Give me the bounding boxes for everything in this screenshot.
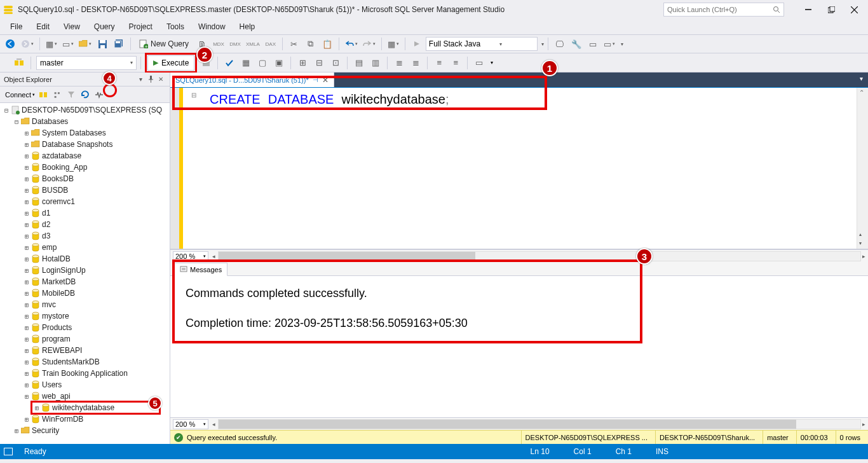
tree-item[interactable]: ⊞Database Snapshots bbox=[0, 139, 170, 150]
save-all-button[interactable] bbox=[111, 36, 126, 52]
tree-item[interactable]: ⊞LoginSignUp bbox=[0, 265, 170, 276]
nav-back-button[interactable] bbox=[3, 36, 18, 52]
scroll-right-icon[interactable]: ▸ bbox=[862, 253, 865, 259]
window-position-icon[interactable]: ▾ bbox=[135, 74, 146, 85]
code-content[interactable]: CREATE DATABASE wikitechydatabase; bbox=[205, 88, 857, 249]
results-text-icon[interactable]: ⊟ bbox=[311, 55, 327, 71]
uncomment-icon[interactable]: ▥ bbox=[368, 55, 383, 71]
editor-tab[interactable]: SQLQuery10.sql - D...5D09T\Sharuk (51))*… bbox=[170, 73, 334, 87]
tool-icon-4[interactable]: ▭▾ bbox=[602, 36, 617, 52]
menu-tools[interactable]: Tools bbox=[160, 20, 191, 33]
disconnect-icon[interactable] bbox=[36, 88, 50, 102]
tool-icon-3[interactable]: ▭ bbox=[585, 36, 600, 52]
results-file-icon[interactable]: ⊡ bbox=[328, 55, 343, 71]
tree-item[interactable]: ⊞emp bbox=[0, 242, 170, 253]
tree-item[interactable]: ⊞StudentsMarkDB bbox=[0, 356, 170, 368]
results-grid-icon[interactable]: ⊞ bbox=[295, 55, 310, 71]
object-explorer-tree[interactable]: ⊟DESKTOP-N65D09T\SQLEXPRESS (SQ⊟Database… bbox=[0, 103, 170, 444]
new-query-button[interactable]: +New Query bbox=[135, 36, 193, 52]
stop-icon[interactable]: ■ ■■ bbox=[50, 88, 64, 102]
tree-item[interactable]: ⊞REWEBAPI bbox=[0, 345, 170, 356]
tree-item[interactable]: ⊞Users bbox=[0, 379, 170, 390]
close-button[interactable] bbox=[843, 2, 865, 17]
query-options-icon[interactable]: ▢ bbox=[255, 55, 270, 71]
redo-button[interactable]: ▾ bbox=[361, 36, 377, 52]
tree-item[interactable]: ⊞MobileDB bbox=[0, 287, 170, 299]
connect-button[interactable]: Connect▾ bbox=[3, 91, 36, 99]
outdent-icon[interactable]: ≣ bbox=[408, 55, 423, 71]
scroll-left-icon[interactable]: ◂ bbox=[212, 253, 215, 259]
horizontal-scrollbar-2[interactable] bbox=[218, 419, 861, 429]
activity-icon[interactable] bbox=[92, 88, 106, 102]
tree-item[interactable]: ⊟DESKTOP-N65D09T\SQLEXPRESS (SQ bbox=[0, 104, 170, 116]
tree-item[interactable]: ⊞coremvc1 bbox=[0, 196, 170, 207]
nav-fwd-button[interactable]: ▾ bbox=[19, 36, 36, 52]
messages-content[interactable]: Commands completed successfully. Complet… bbox=[170, 276, 868, 417]
menu-view[interactable]: View bbox=[57, 20, 86, 33]
indent-icon[interactable]: ≣ bbox=[391, 55, 407, 71]
tree-item[interactable]: ⊞azdatabase bbox=[0, 150, 170, 162]
cut-button[interactable]: ✂ bbox=[287, 36, 302, 52]
fold-icon[interactable]: ⊟ bbox=[183, 88, 205, 249]
filter-icon[interactable] bbox=[64, 88, 78, 102]
quick-launch-input[interactable]: Quick Launch (Ctrl+Q) bbox=[663, 3, 784, 17]
paste-button[interactable]: 📋 bbox=[320, 36, 335, 52]
close-tab-icon[interactable]: ✕ bbox=[322, 76, 329, 85]
vertical-scrollbar[interactable]: ⌃▴▾ bbox=[857, 88, 868, 249]
menu-project[interactable]: Project bbox=[123, 20, 159, 33]
open-file-button[interactable]: ▾ bbox=[77, 36, 93, 52]
database-combo[interactable]: master▾ bbox=[36, 56, 137, 70]
tree-item[interactable]: ⊞program bbox=[0, 333, 170, 345]
maximize-button[interactable] bbox=[820, 2, 843, 17]
tool-icon-2[interactable]: 🔧 bbox=[569, 36, 584, 52]
tree-item[interactable]: ⊞mystore bbox=[0, 310, 170, 322]
mdx-icon[interactable]: MDX bbox=[211, 36, 226, 52]
tree-item[interactable]: ⊞d3 bbox=[0, 230, 170, 242]
zoom-combo-2[interactable]: 200 %▾ bbox=[173, 419, 208, 429]
dmx-icon[interactable]: DMX bbox=[227, 36, 243, 52]
menu-file[interactable]: File bbox=[4, 20, 29, 33]
menu-help[interactable]: Help bbox=[233, 20, 262, 33]
tab-dropdown-icon[interactable]: ▾ bbox=[855, 73, 868, 85]
solution-config-combo[interactable]: Full Stack Java▾ bbox=[426, 37, 538, 51]
save-button[interactable] bbox=[95, 36, 110, 52]
copy-button[interactable]: ⧉ bbox=[303, 36, 318, 52]
messages-tab[interactable]: Messages bbox=[174, 263, 227, 276]
specify-values-icon[interactable]: ≡ bbox=[431, 55, 447, 71]
tree-item[interactable]: ⊞Booking_App bbox=[0, 162, 170, 173]
undo-button[interactable]: ▾ bbox=[343, 36, 360, 52]
tree-item[interactable]: ⊞web_api bbox=[0, 390, 170, 402]
activity-monitor-button[interactable]: ▦▾ bbox=[386, 36, 401, 52]
comment-icon[interactable]: ▤ bbox=[351, 55, 367, 71]
tree-item[interactable]: ⊞d2 bbox=[0, 219, 170, 230]
xmla-icon[interactable]: XMLA bbox=[244, 36, 262, 52]
tree-item[interactable]: ⊞WinFormDB bbox=[0, 413, 170, 425]
tree-item[interactable]: ⊟Databases bbox=[0, 116, 170, 127]
tree-item[interactable]: ⊞MarketDB bbox=[0, 276, 170, 287]
tree-item-highlighted[interactable]: ⊞wikitechydatabase bbox=[32, 402, 159, 413]
execute-button[interactable]: ▶Execute bbox=[147, 55, 194, 71]
tree-item[interactable]: ⊞Security bbox=[0, 425, 170, 436]
parse-button[interactable] bbox=[222, 55, 237, 71]
sqlcmd-icon[interactable]: ▭ bbox=[471, 55, 487, 71]
tree-item[interactable]: ⊞BUSDB bbox=[0, 184, 170, 196]
specify-values-icon-2[interactable]: ≡ bbox=[448, 55, 463, 71]
menu-window[interactable]: Window bbox=[192, 20, 232, 33]
debug-target-icon[interactable] bbox=[409, 36, 424, 52]
close-panel-icon[interactable]: ✕ bbox=[156, 74, 166, 85]
tree-item[interactable]: ⊞mvc bbox=[0, 299, 170, 310]
pin-icon[interactable] bbox=[146, 74, 156, 85]
include-plan-icon[interactable]: ▣ bbox=[271, 55, 287, 71]
tree-item[interactable]: ⊞System Databases bbox=[0, 127, 170, 139]
menu-edit[interactable]: Edit bbox=[30, 20, 56, 33]
tree-item[interactable]: ⊞Products bbox=[0, 322, 170, 333]
tree-item[interactable]: ⊞BooksDB bbox=[0, 173, 170, 184]
pin-tab-icon[interactable]: ⊣ bbox=[313, 76, 318, 83]
minimize-button[interactable] bbox=[797, 2, 820, 17]
refresh-button[interactable] bbox=[78, 88, 92, 102]
dax-icon[interactable]: DAX bbox=[263, 36, 278, 52]
tree-item[interactable]: ⊞HotalDB bbox=[0, 253, 170, 265]
tree-item[interactable]: ⊞d1 bbox=[0, 207, 170, 219]
tree-item[interactable]: ⊞Train Booking Application bbox=[0, 368, 170, 379]
zoom-combo[interactable]: 200 %▾ bbox=[173, 251, 208, 261]
